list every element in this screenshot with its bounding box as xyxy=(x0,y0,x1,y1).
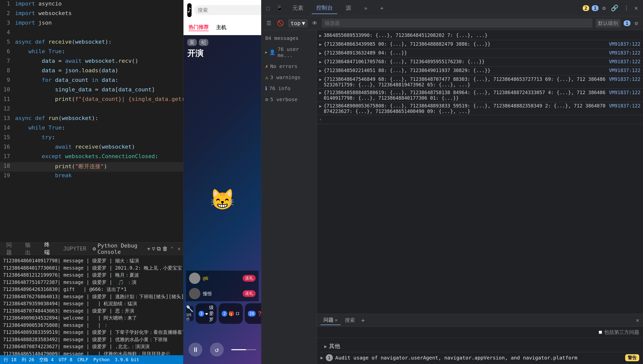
expand-icon[interactable]: ▶ xyxy=(319,104,322,108)
tab-jupyter[interactable]: JUPYTER xyxy=(59,244,90,253)
status-line: 行 18 xyxy=(4,357,17,363)
more-icon[interactable]: ⋮ xyxy=(622,3,631,13)
code-line: 3 import json xyxy=(0,19,183,29)
settings-icon[interactable]: ⚙ xyxy=(601,4,607,13)
line-number: 14 xyxy=(0,125,15,131)
search-label: 搜索 xyxy=(345,317,355,324)
close-issues-tab-icon[interactable]: ✕ xyxy=(335,317,338,323)
sidebar-toggle-icon[interactable]: ☰ xyxy=(265,19,273,28)
console-entry: ▶ {71238648913632489 04: {...}} VM91837:… xyxy=(317,49,643,58)
expand-icon[interactable]: ▶ xyxy=(319,68,322,73)
tab-search[interactable]: 搜索 xyxy=(342,316,358,325)
msg-filter-warnings[interactable]: ⚠ 3 warnings xyxy=(261,72,316,83)
tab-add[interactable]: + xyxy=(376,3,388,13)
chevron-down-icon: ▼ xyxy=(302,20,305,26)
source-link[interactable]: VM91837:122 xyxy=(609,103,640,108)
tab-sources[interactable]: 源 xyxy=(341,2,356,14)
section-expand-icon[interactable]: ▶ xyxy=(324,344,327,349)
terminal-content[interactable]: 7123864860140917798| message | 级爱罗 | 烟火：… xyxy=(0,255,183,355)
msg-filter-errors[interactable]: ✗ No errors xyxy=(261,61,316,72)
code-line: 13 async def run(websocket): xyxy=(0,114,183,124)
source-link[interactable]: VM91837:122 xyxy=(609,76,640,82)
issue-description: Audit usage of navigator.userAgent, navi… xyxy=(335,354,623,361)
issue-expand-icon[interactable]: ▶ xyxy=(320,355,323,360)
msg-filter-info[interactable]: ℹ 76 info xyxy=(261,83,316,94)
tiktok-search-input[interactable] xyxy=(194,5,261,15)
close-devtools-icon[interactable]: ✕ xyxy=(633,3,639,13)
donate-button-1[interactable]: 送礼 xyxy=(243,275,256,282)
code-line: 8 data = json.loads(data) xyxy=(0,67,183,76)
tab-console[interactable]: 控制台 xyxy=(312,2,337,14)
source-link[interactable]: VM91837:122 xyxy=(609,90,640,95)
donate-button-2[interactable]: 送礼 xyxy=(243,290,256,297)
verbose-icon: ⚙ xyxy=(265,96,268,102)
video-controls: ⏸ ↺ xyxy=(183,343,261,356)
console-log-area[interactable]: ▶ 3864855089533990: {...}, 7123864845120… xyxy=(317,30,643,314)
info-badge: 1 xyxy=(592,5,599,11)
source-link[interactable]: VM91837:122 xyxy=(609,50,640,55)
coin-area: 🥄 1抖币 xyxy=(186,306,194,321)
tab-problems[interactable]: 问题 xyxy=(3,240,19,258)
line-number: 8 xyxy=(0,67,15,74)
expand-icon[interactable]: ▶ xyxy=(319,77,322,82)
third-party-checkbox[interactable] xyxy=(599,331,602,334)
terminal-line: 7123864876276864013| message | 级爱罗 | 逃跑计… xyxy=(3,293,180,300)
tab-more[interactable]: » xyxy=(359,3,372,13)
close-bottom-panel-icon[interactable]: ✕ xyxy=(636,317,639,323)
expand-icon[interactable]: ▶ xyxy=(319,59,322,64)
line-content: print("断开连接") xyxy=(15,163,183,170)
default-level-dropdown[interactable]: 默认级别 xyxy=(595,19,621,28)
nav-host[interactable]: 主机 xyxy=(216,24,226,31)
console-entry: ▶ {71238648900053675808: {...}, 71238648… xyxy=(317,102,643,115)
issues-content: ▶ 其他 ▶ 1 Audit usage of navigator.userAg… xyxy=(317,338,643,364)
code-line: 16 await receive(websocket) xyxy=(0,143,183,153)
filter-input[interactable] xyxy=(322,19,592,28)
eye-icon[interactable]: 👁 xyxy=(311,19,319,28)
line-number: 5 xyxy=(0,39,15,45)
third-party-label: 包括第三方问题 xyxy=(604,329,639,336)
info-icon: ℹ xyxy=(265,85,267,91)
error-count: No errors xyxy=(270,63,297,69)
devtools-toolbar: ☰ 🚫 top ▼ 👁 默认级别 1 ⚙ xyxy=(261,16,643,30)
line-number: 13 xyxy=(0,115,15,121)
error-icon: ✗ xyxy=(265,63,268,69)
gift-item-3: 20 ❓ 罗 xyxy=(245,303,261,324)
source-link[interactable]: VM91837:122 xyxy=(609,68,640,73)
context-dropdown[interactable]: top ▼ xyxy=(288,19,308,27)
progress-bar[interactable] xyxy=(231,349,256,350)
maximize-icon[interactable]: ⌃ xyxy=(170,246,174,252)
user-icon: 👤 xyxy=(269,49,275,55)
refresh-button[interactable]: ↺ xyxy=(210,343,224,356)
status-version: 3.9.6 bit xyxy=(115,357,139,362)
expand-icon[interactable]: ▶ xyxy=(319,51,322,55)
line-content: data = await websocket.recv() xyxy=(15,58,183,64)
nav-hot[interactable]: 热门推荐 xyxy=(189,24,209,31)
close-terminal-icon[interactable]: ✕ xyxy=(177,246,181,252)
third-party-checkbox-area[interactable]: 包括第三方问题 xyxy=(599,329,639,336)
tab-issues[interactable]: 问题 ✕ xyxy=(320,315,341,325)
msg-filter-user[interactable]: ▶ 👤 76 user me... xyxy=(261,44,316,61)
source-link[interactable]: VM91837:122 xyxy=(609,59,640,64)
terminal-line: 7123864870748443663| message | 级爱罗 | 思：开… xyxy=(3,307,180,315)
python-console-tab[interactable]: ⚙ Python Debug Console + ▽ ⧉ 🗑 xyxy=(93,242,168,255)
line-content: except websockets.ConnectionClosed: xyxy=(15,153,183,159)
add-panel-icon[interactable]: + xyxy=(359,317,367,324)
devtools-device-icon[interactable]: 📱 xyxy=(275,4,284,13)
pause-button[interactable]: ⏸ xyxy=(189,343,202,356)
msg-filter-verbose[interactable]: ⚙ 5 verbose xyxy=(261,94,316,105)
expand-icon[interactable]: ▶ xyxy=(319,90,322,95)
expand-icon[interactable]: ▶ xyxy=(319,33,322,38)
tab-output[interactable]: 输出 xyxy=(21,240,38,258)
devtools-inspect-icon[interactable]: ⬚ xyxy=(265,4,271,13)
line-number: 2 xyxy=(0,10,15,16)
code-line: 19 break xyxy=(0,172,183,181)
console-settings-icon[interactable]: ⚙ xyxy=(633,19,639,28)
clear-console-icon[interactable]: 🚫 xyxy=(276,19,285,28)
code-line: 17 except websockets.ConnectionClosed: xyxy=(0,153,183,162)
line-number: 10 xyxy=(0,86,15,93)
link-icon[interactable]: 🔗 xyxy=(610,3,620,13)
expand-icon[interactable]: ▶ xyxy=(319,42,322,47)
expand-more-icon[interactable]: › xyxy=(319,117,322,122)
tab-elements[interactable]: 元素 xyxy=(288,2,308,14)
source-link[interactable]: VM91837:122 xyxy=(609,41,640,47)
